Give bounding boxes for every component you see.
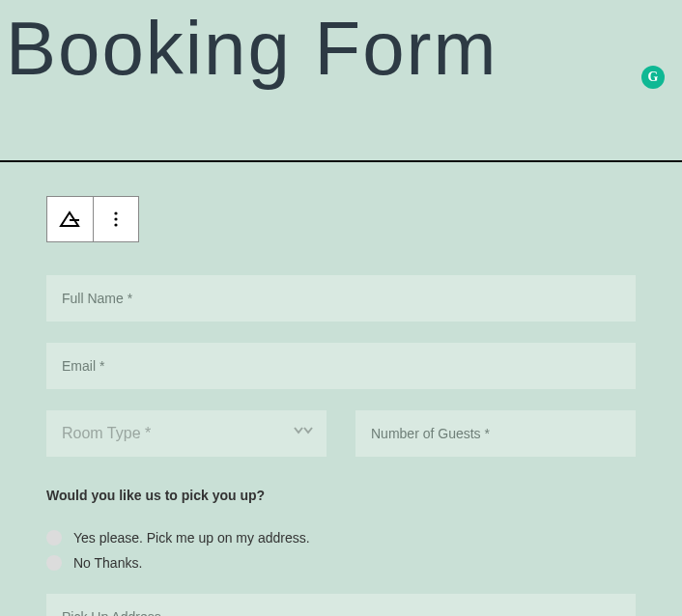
divider	[0, 160, 682, 162]
pickup-address-input[interactable]	[46, 594, 636, 616]
booking-form: Room Type * Would you like us to pick yo…	[0, 242, 682, 616]
svg-point-1	[114, 212, 117, 215]
svg-point-3	[114, 224, 117, 227]
radio-label: Yes please. Pick me up on my address.	[73, 530, 310, 546]
guests-input[interactable]	[355, 410, 636, 457]
pickup-question: Would you like us to pick you up?	[46, 488, 636, 503]
animate-button[interactable]	[47, 197, 93, 241]
grammarly-badge[interactable]: G	[641, 66, 665, 89]
pickup-options: Yes please. Pick me up on my address. No…	[46, 530, 636, 571]
more-options-button[interactable]	[93, 197, 139, 241]
badge-letter: G	[648, 70, 659, 85]
svg-point-2	[114, 218, 117, 221]
page-title: Booking Form	[0, 0, 682, 98]
pickup-option-yes[interactable]: Yes please. Pick me up on my address.	[46, 530, 636, 546]
email-input[interactable]	[46, 343, 636, 389]
radio-label: No Thanks.	[73, 555, 142, 571]
radio-icon	[46, 530, 62, 546]
full-name-input[interactable]	[46, 275, 636, 322]
animate-icon	[59, 210, 80, 228]
kebab-icon	[114, 211, 118, 227]
room-type-select[interactable]: Room Type *	[46, 410, 327, 457]
editor-toolbar	[46, 196, 139, 242]
radio-icon	[46, 555, 62, 571]
pickup-option-no[interactable]: No Thanks.	[46, 555, 636, 571]
